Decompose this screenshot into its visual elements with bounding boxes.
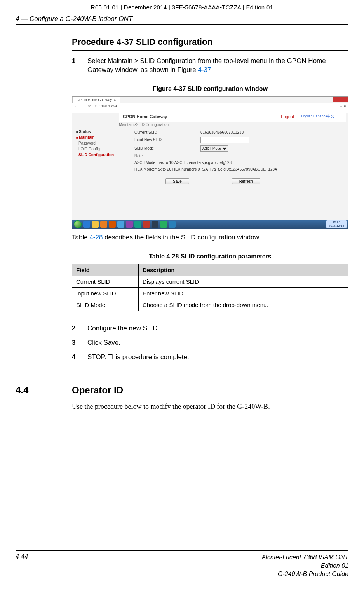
figure-caption: Figure 4-37 SLID configuration window <box>72 86 348 93</box>
sidebar-item-status[interactable]: Status <box>75 129 117 134</box>
footer-product: Alcatel-Lucent 7368 ISAM ONT <box>262 553 348 562</box>
note-label: Note <box>134 154 200 158</box>
header-rule <box>16 24 348 25</box>
step-1-text: Select Maintain > SLID Configuration fro… <box>87 57 348 75</box>
step-4: 4 STOP. This procedure is complete. <box>72 353 348 362</box>
section-title: Operator ID <box>72 385 123 396</box>
version-line: R05.01.01 | December 2014 | 3FE-56678-AA… <box>16 4 348 10</box>
table-row: SLID Mode Choose a SLID mode from the dr… <box>72 299 348 311</box>
note-hex: HEX Mode:max to 20 HEX numbers,0~9/A~F/a… <box>134 167 340 171</box>
gateway-title: GPON Home Gateway <box>123 114 167 119</box>
step-2: 2 Configure the new SLID. <box>72 324 348 333</box>
sidebar-item-loid[interactable]: LOID Config <box>75 146 117 152</box>
note-ascii: ASCII Mode:max to 10 ASCII characters,e.… <box>134 161 340 165</box>
sidebar-item-maintain[interactable]: Maintain <box>75 134 117 140</box>
sidebar: Status Maintain Password LOID Config SLI… <box>75 129 117 158</box>
step-3-number: 3 <box>72 339 87 347</box>
current-slid-value: 61626364656667313233 <box>200 130 244 134</box>
app4-icon[interactable] <box>143 221 150 228</box>
step-1-number: 1 <box>72 57 87 75</box>
input-new-slid-field[interactable] <box>200 137 249 143</box>
language-link[interactable]: English/Español/中文 <box>301 114 334 119</box>
step-1: 1 Select Maintain > SLID Configuration f… <box>72 57 348 75</box>
procedure-rule <box>72 50 348 51</box>
logout-link[interactable]: Logout <box>281 114 294 119</box>
chapter-heading: 4 — Configure a G-240W-B indoor ONT <box>16 15 348 23</box>
slid-mode-select[interactable]: ASCII Mode <box>200 145 228 152</box>
browser-tab[interactable]: GPON Home Gateway × <box>72 97 120 103</box>
slid-params-table: Field Description Current SLID Displays … <box>72 264 348 311</box>
input-new-slid-label: Input New SLID <box>134 138 200 142</box>
table-ref-link[interactable]: 4-28 <box>89 234 103 241</box>
window-close-icon[interactable] <box>333 97 348 102</box>
address-text: 192.168.1.254 <box>95 104 117 108</box>
figure-ref-link[interactable]: 4-37 <box>198 66 211 73</box>
nav-back-icon[interactable]: ← <box>75 104 78 108</box>
procedure-end-rule <box>72 369 348 369</box>
refresh-button[interactable]: Refresh <box>232 178 260 184</box>
bookmark-icon[interactable]: ☆ ≡ <box>340 104 346 108</box>
table-caption: Table 4-28 SLID configuration parameters <box>72 253 348 260</box>
app3-icon[interactable] <box>134 221 141 228</box>
slid-mode-label: SLID Mode <box>134 146 200 150</box>
step-3: 3 Click Save. <box>72 339 348 347</box>
start-orb-icon[interactable] <box>74 220 82 228</box>
nav-fwd-icon[interactable]: → <box>82 104 85 108</box>
slid-form: Current SLID 61626364656667313233 Input … <box>134 130 340 171</box>
col-header-field: Field <box>72 264 139 276</box>
table-row: Input new SLID Enter new SLID <box>72 287 348 299</box>
app2-icon[interactable] <box>126 221 133 228</box>
chrome-icon[interactable] <box>117 221 124 228</box>
ie-icon[interactable] <box>83 221 90 228</box>
step-4-text: STOP. This procedure is complete. <box>87 353 189 362</box>
footer-guide: G-240W-B Product Guide <box>262 570 348 578</box>
step-3-text: Click Save. <box>87 339 120 347</box>
footer-edition: Edition 01 <box>262 562 348 570</box>
current-slid-label: Current SLID <box>134 130 200 134</box>
app6-icon[interactable] <box>160 221 167 228</box>
page-footer: 4-44 Alcatel-Lucent 7368 ISAM ONT Editio… <box>16 550 348 578</box>
step-2-number: 2 <box>72 324 87 333</box>
breadcrumb: Maintain>SLID Configuration <box>119 122 169 127</box>
explorer-icon[interactable] <box>92 221 99 228</box>
reload-icon[interactable]: ⟳ <box>88 104 91 108</box>
taskbar-clock: 15:26 2013/12/18 <box>326 220 347 228</box>
page-number: 4-44 <box>16 553 28 578</box>
firefox-icon[interactable] <box>100 221 107 228</box>
table-row: Current SLID Displays current SLID <box>72 276 348 287</box>
app-icon[interactable] <box>109 221 116 228</box>
section-number: 4.4 <box>16 385 72 396</box>
sidebar-item-slid[interactable]: SLID Configuration <box>75 152 117 158</box>
save-button[interactable]: Save <box>165 178 189 184</box>
step-4-number: 4 <box>72 353 87 362</box>
figure-followup-text: Table 4-28 describes the fields in the S… <box>72 233 348 242</box>
section-body: Use the procedure below to modify the op… <box>72 403 348 411</box>
step-2-text: Configure the new SLID. <box>87 324 159 333</box>
app5-icon[interactable] <box>152 221 158 228</box>
taskbar: 15:26 2013/12/18 <box>72 220 348 229</box>
procedure-title: Procedure 4-37 SLID configuration <box>72 37 348 47</box>
slid-config-screenshot: GPON Home Gateway × ← → ⟳ 192.168.1.254 … <box>72 96 348 229</box>
col-header-description: Description <box>139 264 348 276</box>
sidebar-item-password[interactable]: Password <box>75 140 117 146</box>
gateway-header: GPON Home Gateway Logout English/Español… <box>119 112 346 122</box>
word-icon[interactable] <box>169 221 176 228</box>
